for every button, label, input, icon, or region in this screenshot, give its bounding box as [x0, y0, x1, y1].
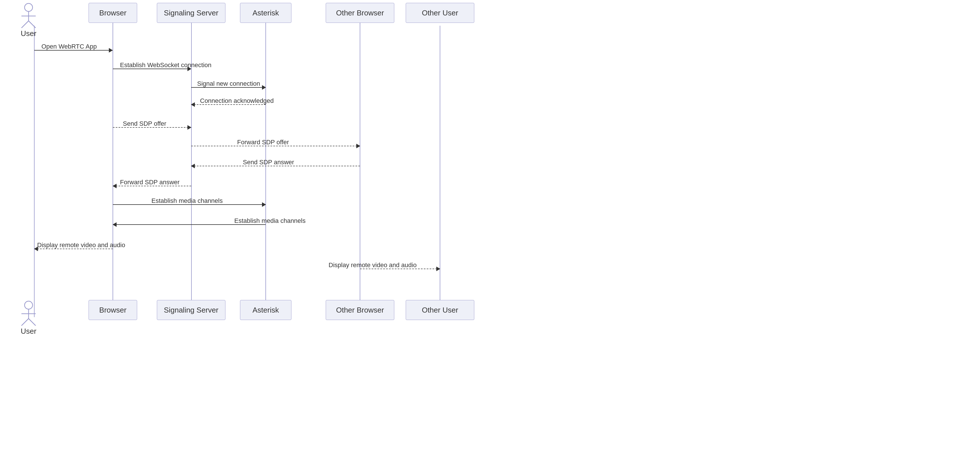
arrow-head-right [188, 125, 191, 130]
msg-fwd-sdp-answer-label: Forward SDP answer [120, 178, 180, 186]
msg-media-ch-2-label: Establish media channels [234, 217, 305, 224]
msg-display-1-label: Display remote video and audio [37, 242, 125, 249]
svg-point-5 [25, 301, 33, 309]
browser-box-bottom: Browser [89, 300, 137, 320]
asterisk-box-bottom: Asterisk [240, 300, 291, 320]
arrow-head-left [191, 102, 195, 107]
arrow-head-right [356, 144, 360, 148]
user-actor-top: User [19, 2, 38, 38]
user-actor-top-label: User [21, 29, 37, 38]
asterisk-lifeline [266, 23, 266, 314]
msg-sdp-offer-label: Send SDP offer [123, 120, 166, 127]
msg-websocket-label: Establish WebSocket connection [120, 61, 212, 69]
other-user-box-bottom: Other User [406, 300, 474, 320]
other-browser-box-bottom: Other Browser [326, 300, 394, 320]
msg-open-webrtc-label: Open WebRTC App [41, 43, 97, 50]
other-user-lifeline [440, 26, 440, 317]
browser-box-top: Browser [89, 3, 137, 23]
arrow-head-left [113, 222, 116, 227]
arrow-head-left [191, 164, 195, 168]
user-actor-bottom: User [19, 300, 38, 336]
sequence-diagram: User Browser Signaling Server Asterisk O… [0, 0, 980, 468]
user-lifeline [34, 26, 35, 317]
msg-fwd-sdp-offer-label: Forward SDP offer [237, 138, 289, 146]
other-browser-box-top: Other Browser [326, 3, 394, 23]
signaling-box-bottom: Signaling Server [157, 300, 226, 320]
other-user-box-top: Other User [406, 3, 474, 23]
svg-point-0 [25, 3, 33, 11]
msg-media-ch-1-label: Establish media channels [151, 197, 223, 205]
svg-line-9 [29, 318, 36, 326]
svg-line-4 [29, 21, 36, 28]
other-browser-lifeline [360, 23, 360, 314]
user-actor-bottom-label: User [21, 327, 37, 336]
msg-conn-ack-label: Connection acknowledged [200, 97, 274, 105]
arrow-head-right [109, 48, 113, 53]
svg-line-3 [21, 21, 29, 28]
signaling-box-top: Signaling Server [157, 3, 226, 23]
arrow-head-right [262, 202, 266, 207]
asterisk-box-top: Asterisk [240, 3, 291, 23]
arrow-head-left [113, 184, 116, 188]
browser-lifeline [113, 23, 113, 314]
svg-line-8 [21, 318, 29, 326]
arrow-head-right [436, 267, 440, 271]
msg-signal-new-label: Signal new connection [197, 80, 260, 88]
msg-display-2-label: Display remote video and audio [329, 261, 417, 269]
msg-sdp-answer-label: Send SDP answer [243, 159, 294, 166]
arrow-head-right [262, 85, 266, 90]
